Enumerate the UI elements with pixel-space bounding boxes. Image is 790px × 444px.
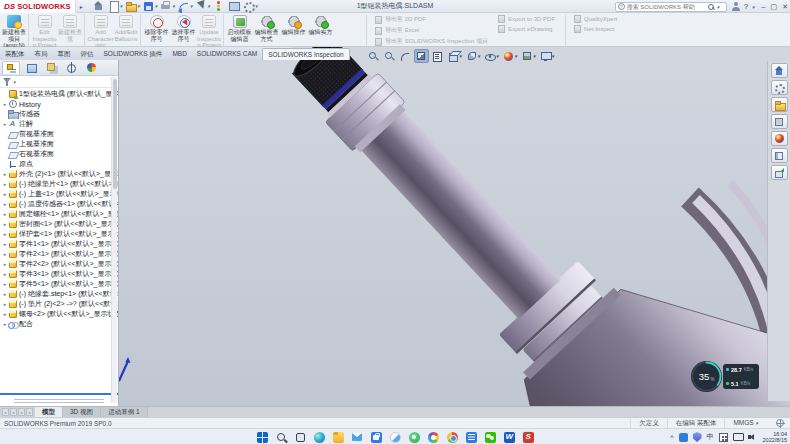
filter-funnel-icon[interactable] [3, 78, 11, 86]
open-button[interactable]: ▾ [125, 1, 140, 11]
filter-dropdown-icon[interactable]: ▾ [13, 79, 16, 85]
appearances-scenes-tab[interactable] [771, 131, 788, 146]
status-globe-icon[interactable] [776, 419, 784, 427]
search-icon[interactable] [707, 3, 715, 11]
zoom-to-area-button[interactable] [382, 49, 397, 63]
chrome-icon[interactable] [446, 431, 458, 443]
ime-language-indicator[interactable]: 中 [707, 432, 714, 442]
ribbon-button[interactable]: 新建检查项目 (amp;N) [2, 14, 29, 49]
ribbon-tab[interactable]: SOLIDWORKS Inspection [262, 48, 350, 60]
tree-item[interactable]: ▸ (-) 温度传感器<1> (默认<<默认>_显 [0, 199, 118, 209]
export-link[interactable]: 导出至 SOLIDWORKS Inspection 项目 [375, 37, 488, 46]
model-tab[interactable]: 3D 视图 [63, 407, 101, 417]
displaymanager-tab[interactable] [82, 61, 100, 74]
apply-scene-button[interactable]: ▾ [520, 49, 538, 63]
tree-item[interactable]: ▸ 密封圈<1> (默认<<默认>_显示状态 [0, 219, 118, 229]
ribbon-button[interactable]: Update Inspection Project [197, 14, 224, 49]
ribbon-button[interactable]: Add Characteristic [87, 14, 114, 49]
featuremanager-tab[interactable] [2, 61, 20, 74]
ribbon-button[interactable]: 启动模板编辑器 [226, 14, 253, 49]
tree-item[interactable]: ▸ History [0, 99, 118, 109]
export-link[interactable]: Export eDrawing [498, 25, 555, 33]
scrollbar-thumb[interactable] [113, 79, 117, 189]
word-icon[interactable] [503, 431, 515, 443]
ribbon-button[interactable]: 选择零件序号 [170, 14, 197, 49]
weather-icon[interactable] [389, 431, 401, 443]
solidworks-resources-tab[interactable] [771, 80, 788, 95]
export-link[interactable]: Export to 3D PDF [498, 15, 555, 23]
tree-item[interactable]: 前视基准面 [0, 129, 118, 139]
tree-item[interactable]: ▸ (-) 绝缘套.step<1> (默认<<默认>_ [0, 289, 118, 299]
model-tab[interactable]: 运动算例 1 [101, 407, 147, 417]
tab-scroll-first-button[interactable]: ‹ [2, 408, 9, 416]
units-selector[interactable]: MMGS ▾ [724, 418, 766, 428]
taskbar-clock[interactable]: 16:04 2022/8/15 [763, 431, 787, 444]
volume-icon[interactable] [748, 432, 758, 442]
select-button[interactable]: ▾ [195, 1, 210, 11]
design-library-tab[interactable] [771, 97, 788, 112]
panel-splitter-grip[interactable] [0, 395, 118, 406]
previous-view-button[interactable] [398, 49, 413, 63]
tree-item[interactable]: 右视基准面 [0, 149, 118, 159]
tree-item[interactable]: ▸ 注解 [0, 119, 118, 129]
cast-display-icon[interactable] [733, 432, 743, 442]
file-explorer-tab[interactable] [771, 114, 788, 129]
propertymanager-tab[interactable] [22, 61, 40, 74]
ribbon-button[interactable]: 编辑检查方式 [253, 14, 280, 49]
system-monitor-widget[interactable]: 35 % 28.7 KB/s 5.1 KB/s [690, 360, 760, 394]
zoom-to-fit-button[interactable] [366, 49, 381, 63]
display-settings-button[interactable] [228, 1, 240, 11]
export-link[interactable]: QualityXpert [574, 15, 617, 23]
ribbon-button[interactable]: Edit Inspection Project [31, 14, 58, 49]
view-settings-button[interactable]: ▾ [539, 49, 557, 63]
ribbon-button[interactable]: Add/Edit Balloons [114, 14, 141, 49]
tree-item[interactable]: ▸ 零件2<1> (默认<<默认>_显示状态 [0, 249, 118, 259]
home-button[interactable] [93, 1, 105, 11]
tree-item[interactable]: ▸ 零件3<1> (默认<<默认>_显示状态 [0, 269, 118, 279]
hide-show-items-button[interactable]: ▾ [483, 49, 501, 63]
ribbon-button[interactable]: 编辑操作 [280, 14, 307, 49]
ribbon-button[interactable]: 编辑实方 [307, 14, 334, 49]
forum-tab[interactable] [771, 165, 788, 180]
tree-item[interactable]: 原点 [0, 159, 118, 169]
print-button[interactable]: ▾ [160, 1, 175, 11]
ribbon-tab[interactable]: MBD [167, 48, 191, 60]
search-button[interactable] [275, 431, 287, 443]
ribbon-button[interactable]: 新建检查规 [58, 14, 85, 49]
tree-item[interactable]: ▸ (-) 上盖<1> (默认<<默认>_显示状态 [0, 189, 118, 199]
section-view-button[interactable] [414, 49, 429, 63]
export-link[interactable]: 导出至 Excel [375, 26, 488, 35]
minimize-button[interactable]: – [762, 3, 766, 10]
options-button[interactable]: ▾ [243, 1, 258, 11]
help-dropdown-icon[interactable]: ▾ [752, 4, 755, 10]
tray-shield-icon[interactable] [693, 432, 702, 442]
color-wheel-app-icon[interactable] [427, 431, 439, 443]
new-document-button[interactable]: ▾ [108, 1, 123, 11]
close-button[interactable]: ✕ [782, 3, 788, 11]
tray-app-blue-icon[interactable] [679, 433, 688, 442]
model-tab[interactable]: 模型 [35, 407, 63, 417]
ribbon-button[interactable]: 移除零件序号 [143, 14, 170, 49]
ribbon-tab[interactable]: SOLIDWORKS 插件 [99, 48, 168, 60]
search-input[interactable] [627, 3, 705, 11]
login-user-icon[interactable] [731, 2, 740, 11]
tree-item[interactable]: 1型铠装热电偶 (默认<默认_显示状态-1 [0, 89, 118, 99]
view-orientation-button[interactable]: ▾ [446, 49, 464, 63]
search-box[interactable]: ? ▾ [615, 2, 727, 12]
browser-360-icon[interactable] [408, 431, 420, 443]
tree-item[interactable]: ▸ 零件2<2> (默认<<默认>_显示状态 [0, 259, 118, 269]
dimxpertmanager-tab[interactable] [62, 61, 80, 74]
tree-item[interactable]: ▸ (-) 绝缘垫片<1> (默认<<默认>_显示 [0, 179, 118, 189]
export-link[interactable]: Net-Inspect [574, 25, 617, 33]
wechat-icon[interactable] [484, 431, 496, 443]
menu-expander-icon[interactable]: ▸ [80, 3, 83, 10]
tab-scroll-prev-button[interactable]: ‹ [10, 408, 17, 416]
tray-expand-chevron[interactable]: ^ [670, 434, 673, 441]
ime-mode-icon[interactable] [719, 433, 728, 442]
tree-item[interactable]: ▸ 螺母<2> (默认<<默认>_显示状态 [0, 309, 118, 319]
ribbon-tab[interactable]: SOLIDWORKS CAM [192, 48, 262, 60]
search-dropdown-icon[interactable]: ▾ [717, 4, 720, 10]
panel-scrollbar[interactable] [111, 77, 117, 403]
tree-item[interactable]: ▸ 固定螺栓<1> (默认<<默认>_显示状 [0, 209, 118, 219]
reader-app-icon[interactable] [465, 431, 477, 443]
